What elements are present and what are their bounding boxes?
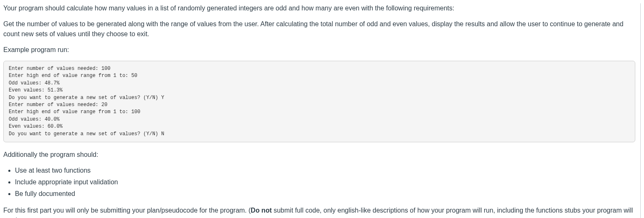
requirements-paragraph: Get the number of values to be generated… xyxy=(3,19,635,39)
example-label: Example program run: xyxy=(3,45,635,55)
submission-note: For this first part you will only be sub… xyxy=(3,206,635,218)
final-bold: Do not xyxy=(251,207,272,214)
assignment-content: Your program should calculate how many v… xyxy=(3,3,641,218)
list-item: Use at least two functions xyxy=(15,166,635,176)
additional-label: Additionally the program should: xyxy=(3,150,635,160)
requirements-list: Use at least two functions Include appro… xyxy=(3,166,635,199)
list-item: Include appropriate input validation xyxy=(15,177,635,187)
intro-paragraph: Your program should calculate how many v… xyxy=(3,3,635,13)
final-prefix: For this first part you will only be sub… xyxy=(3,207,251,214)
example-code-block: Enter number of values needed: 100 Enter… xyxy=(3,61,635,142)
list-item: Be fully documented xyxy=(15,189,635,199)
